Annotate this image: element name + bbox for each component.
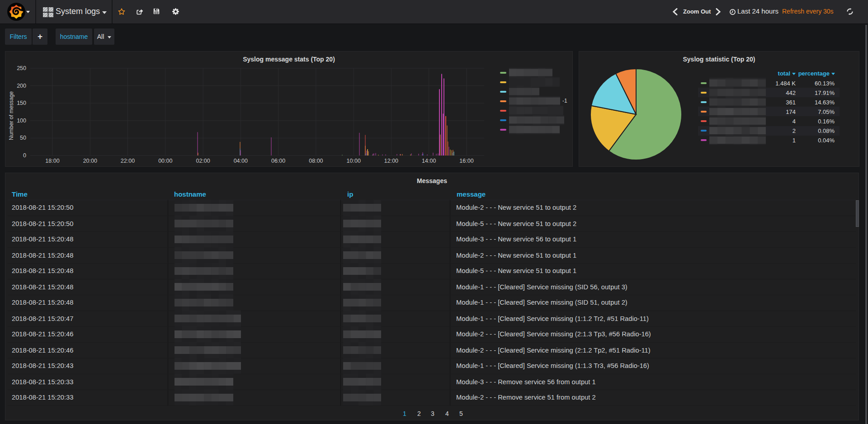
svg-text:06:00: 06:00 xyxy=(271,158,285,164)
svg-text:-1: -1 xyxy=(562,98,567,104)
svg-text:18:00: 18:00 xyxy=(45,158,59,164)
svg-text:12:00: 12:00 xyxy=(384,158,398,164)
svg-text:20:00: 20:00 xyxy=(83,158,97,164)
svg-text:0: 0 xyxy=(23,152,26,159)
svg-text:50: 50 xyxy=(20,135,26,141)
svg-text:08:00: 08:00 xyxy=(309,158,323,164)
svg-text:16:00: 16:00 xyxy=(459,158,473,164)
svg-text:02:00: 02:00 xyxy=(196,158,210,164)
svg-text:04:00: 04:00 xyxy=(234,158,248,164)
svg-text:100: 100 xyxy=(17,118,26,124)
svg-text:150: 150 xyxy=(17,100,26,106)
svg-text:10:00: 10:00 xyxy=(347,158,361,164)
svg-text:250: 250 xyxy=(17,65,26,71)
svg-text:200: 200 xyxy=(17,83,26,89)
svg-text:00:00: 00:00 xyxy=(158,158,172,164)
svg-text:22:00: 22:00 xyxy=(121,158,135,164)
svg-text:14:00: 14:00 xyxy=(422,158,436,164)
